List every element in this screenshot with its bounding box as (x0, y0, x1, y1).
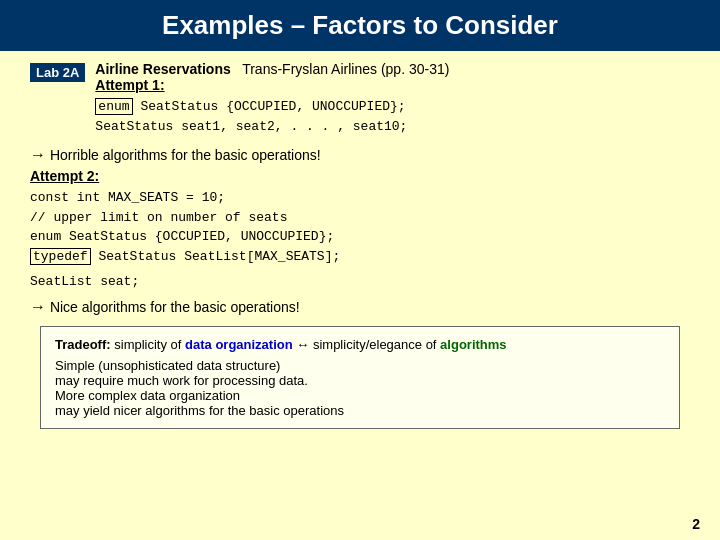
tradeoff-algorithms: algorithms (440, 337, 506, 352)
page: Examples – Factors to Consider Lab 2A Ai… (0, 0, 720, 540)
arrow1: → (30, 146, 46, 163)
source-text: Trans-Fryslan Airlines (pp. 30-31) (242, 61, 449, 77)
tradeoff-text1: simplicity of (114, 337, 185, 352)
airline-title: Airline Reservations (95, 61, 230, 77)
page-title: Examples – Factors to Consider (162, 10, 558, 40)
tradeoff-line1: Tradeoff: simplicity of data organizatio… (55, 337, 665, 352)
code-block-2: const int MAX_SEATS = 10; // upper limit… (30, 188, 690, 266)
tradeoff-box: Tradeoff: simplicity of data organizatio… (40, 326, 680, 429)
seatlist-section: SeatList seat; → Nice algorithms for the… (30, 272, 690, 316)
lab-content: Airline Reservations Trans-Fryslan Airli… (95, 61, 690, 140)
attempt2-label: Attempt 2: (30, 168, 99, 184)
seatlist-line: SeatList seat; (30, 274, 139, 289)
horrible-text: Horrible algorithms for the basic operat… (50, 147, 321, 163)
lab-badge: Lab 2A (30, 63, 85, 82)
tradeoff-arrows: ↔ (296, 337, 313, 352)
code2-line4-rest: SeatStatus SeatList[MAX_SEATS]; (91, 249, 341, 264)
tradeoff-sub2: may require much work for processing dat… (55, 373, 665, 388)
tradeoff-label: Tradeoff: (55, 337, 111, 352)
page-number: 2 (692, 516, 700, 532)
arrow-horrible: → Horrible algorithms for the basic oper… (30, 146, 690, 164)
arrow2: → (30, 298, 46, 315)
tradeoff-sub1: Simple (unsophisticated data structure) (55, 358, 665, 373)
enum-keyword: enum (95, 98, 132, 115)
attempt2-section: Attempt 2: const int MAX_SEATS = 10; // … (30, 168, 690, 266)
code2-line2: // upper limit on number of seats (30, 210, 287, 225)
nice-text: Nice algorithms for the basic operations… (50, 299, 300, 315)
attempt1-label: Attempt 1: (95, 77, 164, 93)
seatlist-code: SeatList seat; (30, 272, 690, 292)
code1-line2: SeatStatus seat1, seat2, . . . , seat10; (95, 119, 407, 134)
tradeoff-sub-section: Simple (unsophisticated data structure) … (55, 358, 665, 418)
code1-line1-rest: SeatStatus {OCCUPIED, UNOCCUPIED}; (140, 99, 405, 114)
tradeoff-data-org: data organization (185, 337, 293, 352)
tradeoff-sub4: may yield nicer algorithms for the basic… (55, 403, 665, 418)
title-bar: Examples – Factors to Consider (0, 0, 720, 51)
tradeoff-sub3: More complex data organization (55, 388, 665, 403)
code2-line1: const int MAX_SEATS = 10; (30, 190, 225, 205)
content-area: Lab 2A Airline Reservations Trans-Frysla… (0, 51, 720, 439)
lab-row: Lab 2A Airline Reservations Trans-Frysla… (30, 61, 690, 140)
code2-line3: enum SeatStatus {OCCUPIED, UNOCCUPIED}; (30, 229, 334, 244)
arrow-nice: → Nice algorithms for the basic operatio… (30, 298, 690, 316)
typedef-keyword: typedef (30, 248, 91, 265)
code-block-1: enum SeatStatus {OCCUPIED, UNOCCUPIED}; … (95, 97, 690, 136)
tradeoff-text2: simplicity/elegance of (313, 337, 440, 352)
